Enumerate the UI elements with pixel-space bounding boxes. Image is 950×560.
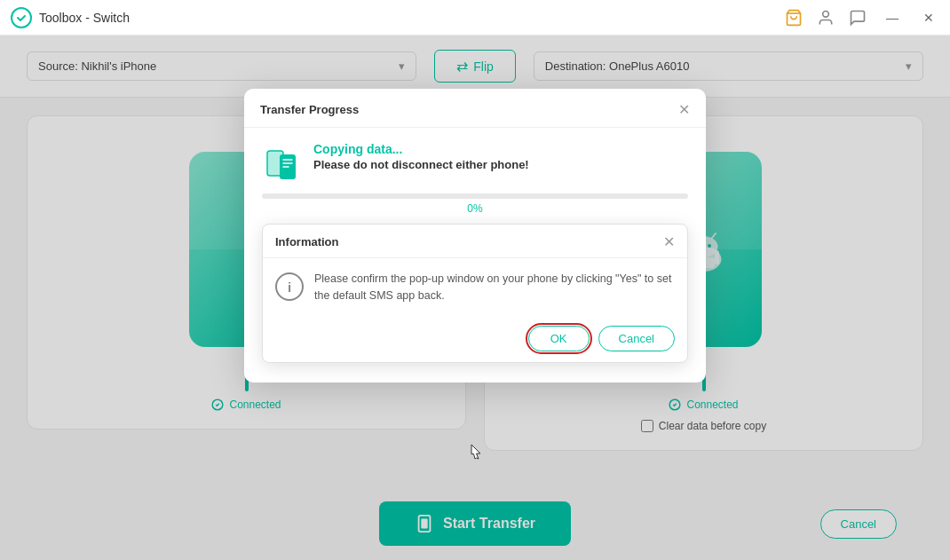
information-dialog: Information ✕ i Please confirm the pop-u… [262, 224, 688, 363]
main-content: Source: Nikhil's iPhone ▾ ⇄ Flip Destina… [0, 35, 950, 560]
info-dialog-header: Information ✕ [263, 225, 687, 258]
transfer-dialog-close-button[interactable]: ✕ [678, 101, 690, 118]
chat-icon[interactable] [849, 9, 867, 27]
progress-percent-label: 0% [262, 202, 688, 215]
close-button[interactable]: ✕ [918, 9, 939, 27]
cart-icon[interactable] [785, 9, 803, 27]
copying-row: Copying data... Please do not disconnect… [262, 142, 688, 181]
info-cancel-label: Cancel [619, 332, 654, 345]
info-message: Please confirm the pop-up window on your… [314, 271, 675, 304]
ok-label: OK [550, 332, 567, 345]
minimize-button[interactable]: — [881, 9, 904, 27]
info-dialog-close-button[interactable]: ✕ [663, 233, 675, 250]
info-dialog-footer: OK Cancel [263, 317, 687, 362]
info-dialog-title: Information [275, 235, 339, 248]
copying-subtext: Please do not disconnect either phone! [313, 158, 529, 171]
info-cancel-button[interactable]: Cancel [598, 326, 675, 351]
info-icon: i [275, 272, 304, 301]
svg-point-2 [823, 11, 829, 17]
user-icon[interactable] [817, 9, 835, 27]
modal-overlay: Transfer Progress ✕ Copying data... [0, 35, 950, 560]
title-bar: Toolbox - Switch — ✕ [0, 0, 950, 35]
app-logo [11, 7, 32, 28]
transfer-progress-dialog: Transfer Progress ✕ Copying data... [244, 89, 706, 383]
copy-status: Copying data... Please do not disconnect… [313, 142, 529, 171]
progress-bar-wrap [262, 193, 688, 199]
copying-text: Copying data... [313, 142, 529, 156]
copy-phones-icon [264, 144, 299, 179]
transfer-dialog-body: Copying data... Please do not disconnect… [244, 128, 706, 383]
ok-button[interactable]: OK [528, 326, 590, 351]
app-name: Toolbox - Switch [39, 11, 130, 25]
window-controls: — ✕ [785, 9, 939, 27]
transfer-dialog-title: Transfer Progress [260, 103, 359, 116]
svg-point-0 [12, 8, 31, 28]
info-dialog-body: i Please confirm the pop-up window on yo… [263, 258, 687, 317]
copy-icon-wrap [262, 142, 301, 181]
transfer-dialog-titlebar: Transfer Progress ✕ [244, 89, 706, 128]
